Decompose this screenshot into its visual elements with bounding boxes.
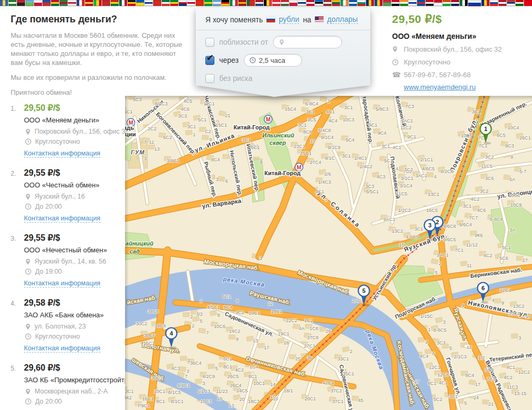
- flag-icon[interactable]: [204, 0, 212, 6]
- flag-icon[interactable]: [17, 0, 25, 6]
- checkbox-unchecked[interactable]: [205, 38, 214, 47]
- flag-icon[interactable]: [281, 0, 289, 6]
- flag-icon[interactable]: [366, 0, 374, 6]
- svg-text:9С1: 9С1: [369, 122, 378, 128]
- flag-icon[interactable]: [60, 0, 68, 6]
- time-input[interactable]: 2,5 часа: [244, 54, 302, 67]
- svg-text:33С1: 33С1: [337, 356, 349, 362]
- flag-icon[interactable]: [507, 0, 515, 6]
- map[interactable]: НикольскаяБогоявленский пер.Черкасский п…: [125, 96, 532, 410]
- offer-contact-link[interactable]: Контактная информация: [24, 345, 101, 352]
- location-input[interactable]: [273, 36, 342, 48]
- flag-icon[interactable]: [128, 0, 136, 6]
- option-label[interactable]: без риска: [219, 74, 252, 83]
- page-title: Где поменять деньги?: [11, 14, 186, 25]
- flag-icon[interactable]: [443, 0, 451, 6]
- flag-icon[interactable]: [94, 0, 102, 6]
- selected-offer-website-link[interactable]: www.menyaemdengi.ru: [404, 83, 476, 91]
- option-label[interactable]: поблизости от: [219, 38, 268, 46]
- svg-text:3: 3: [259, 256, 262, 261]
- flag-icon[interactable]: [400, 0, 408, 6]
- svg-text:7С7: 7С7: [469, 215, 478, 220]
- svg-text:3С5: 3С5: [307, 117, 317, 122]
- flag-icon[interactable]: [187, 0, 195, 6]
- svg-text:4С1: 4С1: [315, 189, 325, 194]
- flag-icon[interactable]: [119, 0, 127, 6]
- svg-text:19С1: 19С1: [278, 331, 289, 337]
- flag-icon[interactable]: [230, 0, 238, 6]
- flag-icon[interactable]: [221, 0, 229, 6]
- flag-icon[interactable]: [332, 0, 340, 6]
- flag-icon[interactable]: [26, 0, 34, 6]
- flag-icon[interactable]: [196, 0, 204, 6]
- flag-icon[interactable]: [315, 0, 323, 6]
- flag-icon[interactable]: [272, 0, 280, 6]
- flag-icon[interactable]: [247, 0, 255, 6]
- flag-icon[interactable]: [392, 0, 400, 6]
- flag-icon[interactable]: [102, 0, 110, 6]
- flag-icon[interactable]: [524, 0, 532, 6]
- flag-icon[interactable]: [434, 0, 442, 6]
- svg-text:12С1: 12С1: [429, 365, 440, 370]
- flag-icon[interactable]: [34, 0, 42, 6]
- svg-text:11С3: 11С3: [507, 384, 518, 390]
- flag-icon[interactable]: [481, 0, 489, 6]
- offer-contact-link[interactable]: Контактная информация: [24, 280, 101, 288]
- svg-text:37С1: 37С1: [332, 399, 344, 404]
- flag-icon[interactable]: [417, 0, 425, 6]
- flag-icon[interactable]: [383, 0, 391, 6]
- flag-icon[interactable]: [349, 0, 357, 6]
- flag-icon[interactable]: [170, 0, 178, 6]
- flag-icon[interactable]: [162, 0, 170, 6]
- flag-icon[interactable]: [306, 0, 314, 6]
- flag-icon[interactable]: [409, 0, 417, 6]
- from-currency-select[interactable]: рубли: [279, 15, 299, 24]
- offer-hours: До 20:00: [35, 398, 62, 405]
- offer-contact-link[interactable]: Контактная информация: [24, 150, 101, 158]
- flag-icon[interactable]: [238, 0, 246, 6]
- flag-icon[interactable]: [68, 0, 76, 6]
- flag-icon[interactable]: [460, 0, 468, 6]
- flag-icon[interactable]: [0, 0, 8, 6]
- to-currency-select[interactable]: доллары: [327, 15, 358, 24]
- svg-text:9/6С4: 9/6С4: [459, 222, 472, 227]
- form-option-row: без риска: [196, 67, 370, 85]
- flag-icon[interactable]: [77, 0, 85, 6]
- flag-icon[interactable]: [490, 0, 498, 6]
- svg-text:4С4: 4С4: [420, 354, 429, 359]
- flag-icon[interactable]: [145, 0, 153, 6]
- flag-icon[interactable]: [498, 0, 506, 6]
- flag-icon[interactable]: [213, 0, 221, 6]
- flag-icon[interactable]: [255, 0, 263, 6]
- flag-icon[interactable]: [358, 0, 365, 6]
- offer-rate: 29,58 ₽/$: [24, 298, 60, 308]
- offer-contact-link[interactable]: Контактная информация: [24, 215, 101, 223]
- checkbox-unchecked[interactable]: [205, 74, 214, 83]
- flag-icon[interactable]: [298, 0, 306, 6]
- flag-icon[interactable]: [289, 0, 297, 6]
- option-label[interactable]: через: [219, 56, 239, 64]
- flag-icon[interactable]: [264, 0, 272, 6]
- svg-text:9: 9: [501, 300, 504, 306]
- flag-icon[interactable]: [85, 0, 93, 6]
- svg-text:3С1: 3С1: [306, 109, 315, 114]
- checkbox-checked[interactable]: ✔: [205, 56, 214, 65]
- flag-icon[interactable]: [153, 0, 161, 6]
- svg-text:35С1: 35С1: [343, 371, 354, 376]
- svg-text:2/4С1: 2/4С1: [354, 155, 367, 161]
- flag-icon[interactable]: [43, 0, 51, 6]
- flag-icon[interactable]: [179, 0, 187, 6]
- flag-icon[interactable]: [9, 0, 16, 6]
- flag-icon[interactable]: [451, 0, 459, 6]
- flag-icon[interactable]: [426, 0, 434, 6]
- svg-text:4С1: 4С1: [506, 365, 516, 370]
- flag-icon[interactable]: [51, 0, 59, 6]
- svg-text:13С2: 13С2: [392, 228, 403, 234]
- flag-icon[interactable]: [136, 0, 144, 6]
- flag-icon[interactable]: [340, 0, 348, 6]
- flag-icon[interactable]: [111, 0, 119, 6]
- flag-icon[interactable]: [516, 0, 523, 6]
- map-container[interactable]: НикольскаяБогоявленский пер.Черкасский п…: [125, 96, 532, 410]
- flag-icon[interactable]: [323, 0, 331, 6]
- flag-icon[interactable]: [375, 0, 383, 6]
